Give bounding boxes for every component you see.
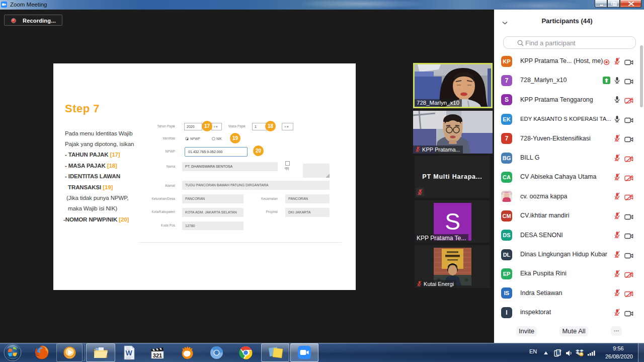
svg-text:W: W: [125, 349, 132, 357]
svg-text:321: 321: [153, 352, 162, 358]
